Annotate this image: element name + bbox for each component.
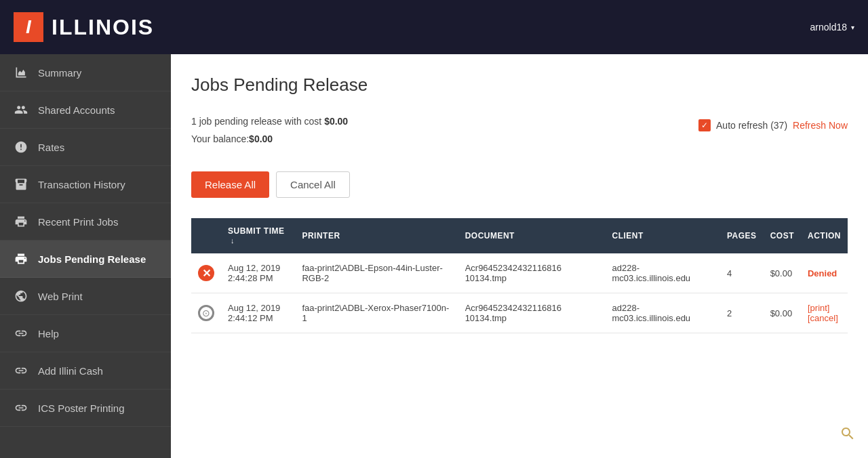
sidebar-item-label: Transaction History [38,179,125,190]
col-pages: PAGES [720,218,764,253]
row-pages: 2 [720,293,764,333]
col-document: DOCUMENT [458,218,606,253]
chart-icon [14,65,28,80]
globe-icon [14,289,28,304]
sidebar-item-rates[interactable]: Rates [0,129,171,166]
row-status-cell: ✕ [191,253,221,293]
search-corner-icon[interactable] [840,425,856,446]
row-cost: $0.00 [764,253,801,293]
info-cost: $0.00 [324,116,348,127]
sidebar-item-jobs-pending-release[interactable]: Jobs Pending Release [0,241,171,278]
col-printer: PRINTER [295,218,458,253]
row-submit-time: Aug 12, 20192:44:12 PM [221,293,295,333]
print-cancel-links[interactable]: [print] [cancel] [808,303,841,323]
user-menu-chevron: ▾ [851,24,854,31]
row-client: ad228-mc03.ics.illinois.edu [606,293,721,333]
printer-icon [14,214,28,229]
sidebar-item-ics-poster-printing[interactable]: ICS Poster Printing [0,390,171,427]
sidebar-item-label: Shared Accounts [38,104,115,116]
sidebar-item-transaction-history[interactable]: Transaction History [0,166,171,203]
sort-arrow-icon: ↓ [231,236,235,245]
jobs-table: SUBMIT TIME ↓ PRINTER DOCUMENT CLIENT PA… [191,218,848,333]
sidebar-item-help[interactable]: Help [0,315,171,352]
auto-refresh-label: Auto refresh (37) [716,120,787,131]
sidebar-item-label: Summary [38,67,81,79]
row-pages: 4 [720,253,764,293]
denied-label: Denied [808,268,837,278]
sidebar-item-recent-print-jobs[interactable]: Recent Print Jobs [0,203,171,241]
row-submit-time: Aug 12, 20192:44:28 PM [221,253,295,293]
table-header-row: SUBMIT TIME ↓ PRINTER DOCUMENT CLIENT PA… [191,218,848,253]
balance-value: $0.00 [249,133,273,144]
row-client: ad228-mc03.ics.illinois.edu [606,253,721,293]
denied-status-icon: ✕ [198,265,214,281]
sidebar-item-label: Help [38,328,59,339]
col-status [191,218,221,253]
row-printer: faa-print2\ADBL-Epson-44in-Luster-RGB-2 [295,253,458,293]
print-link[interactable]: [print] [808,303,841,313]
row-action: Denied [801,253,848,293]
user-menu[interactable]: arnold18 ▾ [810,22,855,33]
row-action[interactable]: [print] [cancel] [801,293,848,333]
auto-refresh-checkbox[interactable]: ✓ [698,119,711,131]
sidebar-item-label: Recent Print Jobs [38,216,118,228]
action-buttons: Release All Cancel All [191,171,848,198]
layout: Summary Shared Accounts Rates Transactio… [0,54,868,458]
row-status-cell: ⊙ [191,293,221,333]
sidebar-item-label: Web Print [38,291,83,302]
logo: I ILLINOIS [14,12,154,42]
release-all-button[interactable]: Release All [191,171,269,198]
link3-icon [14,400,28,415]
col-action: ACTION [801,218,848,253]
top-controls: 1 job pending release with cost $0.00 Yo… [191,116,848,158]
auto-refresh-area: ✓ Auto refresh (37) Refresh Now [698,116,848,131]
row-cost: $0.00 [764,293,801,333]
job-count-info: 1 job pending release with cost $0.00 [191,116,348,127]
balance-label: Your balance: [191,133,249,144]
cancel-all-button[interactable]: Cancel All [276,171,350,198]
printer-pending-icon [14,251,28,266]
sidebar-item-label: Add Illini Cash [38,365,103,377]
illinois-i-logo: I [14,12,43,42]
header: I ILLINOIS arnold18 ▾ [0,0,868,54]
col-submit-time[interactable]: SUBMIT TIME ↓ [221,218,295,253]
sidebar-item-add-illini-cash[interactable]: Add Illini Cash [0,352,171,390]
sidebar: Summary Shared Accounts Rates Transactio… [0,54,171,458]
dollar-circle-icon [14,140,28,154]
job-info: 1 job pending release with cost $0.00 Yo… [191,116,348,158]
row-printer: faa-print2\ADBL-Xerox-Phaser7100n-1 [295,293,458,333]
refresh-now-link[interactable]: Refresh Now [793,120,848,131]
people-icon [14,102,28,117]
table-row: ⊙ Aug 12, 20192:44:12 PM faa-print2\ADBL… [191,293,848,333]
info-text: 1 job pending release with cost [191,116,324,127]
balance-info: Your balance:$0.00 [191,133,348,144]
page-title: Jobs Pending Release [191,75,848,96]
main-content: Jobs Pending Release 1 job pending relea… [171,54,868,458]
row-document: Acr96452342432116816 10134.tmp [458,253,606,293]
receipt-icon [14,177,28,192]
sidebar-item-summary[interactable]: Summary [0,54,171,91]
sidebar-item-label: ICS Poster Printing [38,402,125,414]
sidebar-item-label: Rates [38,142,64,153]
sidebar-item-web-print[interactable]: Web Print [0,278,171,315]
link2-icon [14,363,28,378]
cancel-link[interactable]: [cancel] [808,313,841,323]
username-label: arnold18 [810,22,848,33]
col-cost: COST [764,218,801,253]
sidebar-item-shared-accounts[interactable]: Shared Accounts [0,91,171,129]
row-document: Acr96452342432116816 10134.tmp [458,293,606,333]
link-icon [14,326,28,341]
sidebar-item-label: Jobs Pending Release [38,253,146,265]
col-client: CLIENT [606,218,721,253]
table-row: ✕ Aug 12, 20192:44:28 PM faa-print2\ADBL… [191,253,848,293]
pending-status-icon: ⊙ [198,305,214,321]
illinois-wordmark: ILLINOIS [52,15,154,40]
